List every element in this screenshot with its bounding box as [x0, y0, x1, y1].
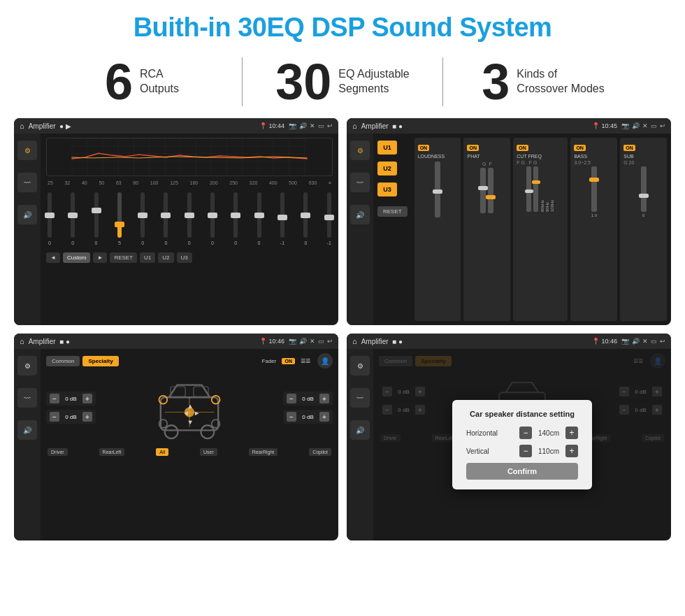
eq-icon-3[interactable]: ⚙	[17, 356, 37, 375]
right-plus-1[interactable]: +	[319, 394, 329, 403]
reset-button-2[interactable]: RESET	[377, 206, 408, 217]
vertical-value: 110cm	[535, 447, 563, 455]
right-minus-2[interactable]: −	[287, 412, 296, 422]
eq-icon-4[interactable]: ⚙	[350, 356, 370, 375]
right-minus-1[interactable]: −	[287, 394, 296, 403]
eq-slider-9[interactable]: 0	[233, 192, 238, 245]
screen4-icons: 📷🔊✕▭↩	[621, 338, 665, 345]
right-plus-2[interactable]: +	[319, 412, 329, 422]
eq-slider-2[interactable]: 0	[71, 192, 75, 245]
sub-on[interactable]: ON	[623, 145, 635, 151]
eq-slider-1[interactable]: 0	[48, 192, 52, 245]
screen3-time: 📍 10:46	[259, 338, 284, 345]
bass-on[interactable]: ON	[574, 145, 586, 151]
eq-slider-12[interactable]: 0	[303, 192, 308, 245]
horizontal-controls: − 140cm +	[519, 427, 578, 439]
rearleft-btn[interactable]: RearLeft	[99, 448, 125, 456]
speaker-icon[interactable]: 🔊	[17, 205, 37, 224]
left-top-control: − 0 dB +	[46, 392, 96, 406]
left-plus-2[interactable]: +	[82, 412, 92, 422]
user-btn[interactable]: User	[200, 448, 217, 456]
page-title: Buith-in 30EQ DSP Sound System	[0, 0, 685, 51]
fader-on-badge[interactable]: ON	[282, 358, 295, 364]
common-tab[interactable]: Common	[46, 356, 80, 366]
speaker-icon-4[interactable]: 🔊	[350, 420, 370, 440]
stat-text-crossover: Kinds ofCrossover Modes	[517, 67, 604, 96]
home-icon-3[interactable]: ⌂	[20, 337, 24, 345]
home-icon-1[interactable]: ⌂	[20, 122, 24, 130]
u1-button[interactable]: U1	[140, 252, 155, 263]
cutfreq-label: CUT FREQ	[517, 154, 564, 159]
fader-label: Fader	[262, 358, 277, 364]
eq-icon-2[interactable]: ⚙	[350, 141, 370, 160]
left-minus-1[interactable]: −	[50, 394, 59, 403]
wave-icon-4[interactable]: 〰	[350, 388, 370, 408]
home-icon-2[interactable]: ⌂	[352, 122, 357, 130]
screen4-time: 📍 10:46	[592, 338, 617, 345]
home-icon-4[interactable]: ⌂	[352, 337, 357, 345]
u1-select-button[interactable]: U1	[377, 141, 397, 155]
eq-slider-3[interactable]: 0	[94, 192, 99, 245]
rearright-btn[interactable]: RearRight	[249, 448, 278, 456]
u3-button[interactable]: U3	[177, 252, 192, 263]
svg-text:◄: ◄	[183, 409, 189, 417]
freq-400: 400	[269, 180, 277, 185]
vertical-controls: − 110cm +	[519, 445, 578, 457]
eq-icon[interactable]: ⚙	[17, 141, 37, 160]
eq-slider-7[interactable]: 0	[187, 192, 192, 245]
wave-icon-3[interactable]: 〰	[17, 388, 37, 408]
left-val-1: 0 dB	[62, 396, 80, 402]
crossover-channels: ON LOUDNESS ON PHAT G	[414, 138, 667, 321]
eq-slider-10[interactable]: 0	[257, 192, 261, 245]
settings-icon[interactable]: 👤	[317, 353, 333, 368]
channel-row: ON LOUDNESS ON PHAT G	[414, 138, 667, 321]
prev-button[interactable]: ◄	[46, 252, 60, 263]
vertical-plus[interactable]: +	[565, 445, 578, 457]
copilot-btn[interactable]: Copilot	[309, 448, 331, 456]
confirm-button[interactable]: Confirm	[466, 463, 578, 480]
left-val-2: 0 dB	[62, 414, 80, 420]
cutfreq-on[interactable]: ON	[517, 145, 528, 151]
reset-button-1[interactable]: RESET	[110, 252, 137, 263]
eq-slider-6[interactable]: 0	[164, 192, 168, 245]
horizontal-plus[interactable]: +	[565, 427, 578, 439]
wave-icon[interactable]: 〰	[17, 173, 37, 192]
more-icon[interactable]: »	[329, 180, 331, 185]
screen4-topbar: ⌂ Amplifier ■ ● 📍 10:46 📷🔊✕▭↩	[347, 334, 671, 349]
horizontal-minus[interactable]: −	[519, 427, 532, 439]
screen2-body: ⚙ 〰 🔊 U1 U2 U3 RESET ON LOUDNESS	[347, 134, 671, 325]
play-button[interactable]: ►	[93, 252, 107, 263]
stat-eq: 30 EQ AdjustableSegments	[243, 57, 442, 107]
phat-on[interactable]: ON	[467, 145, 479, 151]
u3-select-button[interactable]: U3	[377, 182, 397, 196]
vertical-minus[interactable]: −	[519, 445, 532, 457]
slider-val-10: 0	[258, 241, 261, 245]
u2-select-button[interactable]: U2	[377, 162, 397, 176]
freq-100: 100	[150, 180, 159, 185]
left-minus-2[interactable]: −	[50, 412, 59, 422]
eq-slider-13[interactable]: -1	[327, 192, 331, 245]
screen-common: ⌂ Amplifier ■ ● 📍 10:46 📷🔊✕▭↩ ⚙ 〰 🔊 Comm…	[14, 334, 338, 540]
freq-500: 500	[289, 180, 297, 185]
all-btn[interactable]: All	[156, 448, 168, 456]
speaker-icon-3[interactable]: 🔊	[17, 420, 37, 440]
stat-text-rca: RCAOutputs	[140, 67, 179, 96]
ch-loudness: ON LOUDNESS	[414, 138, 461, 321]
u-buttons-col: U1 U2 U3 RESET	[377, 138, 408, 321]
screens-grid: ⌂ Amplifier ● ▶ 📍 10:44 📷🔊✕▭↩ ⚙ 〰 🔊	[0, 118, 685, 552]
slider-val-13: -1	[327, 241, 331, 245]
driver-btn[interactable]: Driver	[48, 448, 68, 456]
eq-slider-8[interactable]: 0	[210, 192, 215, 245]
freq-80: 80	[133, 180, 138, 185]
eq-slider-4[interactable]: 5	[117, 192, 122, 245]
eq-slider-5[interactable]: 0	[140, 192, 145, 245]
specialty-tab[interactable]: Specialty	[82, 356, 118, 366]
left-plus-1[interactable]: +	[82, 394, 92, 403]
wave-icon-2[interactable]: 〰	[350, 173, 370, 192]
loudness-on[interactable]: ON	[418, 145, 430, 151]
u2-button[interactable]: U2	[158, 252, 173, 263]
eq-slider-11[interactable]: -1	[280, 192, 284, 245]
screen2-time: 📍 10:45	[592, 122, 617, 129]
stats-row: 6 RCAOutputs 30 EQ AdjustableSegments 3 …	[0, 51, 685, 118]
speaker-icon-2[interactable]: 🔊	[350, 205, 370, 224]
